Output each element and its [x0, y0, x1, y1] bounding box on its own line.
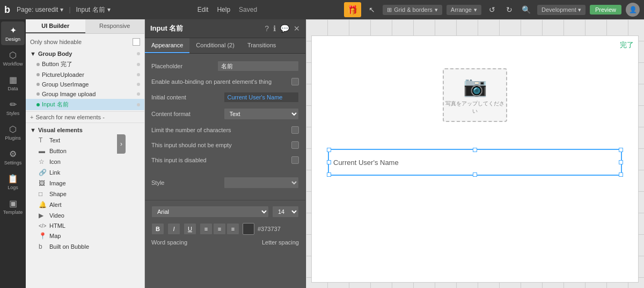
- auto-binding-checkbox[interactable]: [291, 78, 299, 85]
- input-selection-box[interactable]: Current User's Name: [328, 149, 622, 176]
- visual-item-video[interactable]: ▶ Video: [26, 210, 144, 221]
- tab-responsive[interactable]: Responsive: [85, 19, 145, 33]
- gift-btn[interactable]: 🎁: [344, 2, 361, 17]
- grid-borders-btn[interactable]: ⊞ Grid & borders ▾: [383, 5, 442, 15]
- tab-ui-builder[interactable]: UI Builder: [26, 19, 85, 33]
- content-format-label: Content format: [151, 111, 219, 117]
- group-body-header[interactable]: ▼ Group Body: [26, 49, 144, 59]
- handle-bl[interactable]: [327, 172, 331, 177]
- visual-item-link[interactable]: 🔗 Link: [26, 167, 144, 178]
- handle-tr[interactable]: [619, 148, 623, 152]
- canvas-area: 完了 📷 写真をアップしてください Current User's Name: [306, 19, 644, 288]
- tab-appearance[interactable]: Appearance: [145, 38, 189, 53]
- resize-handle[interactable]: ›: [117, 134, 126, 154]
- grid-icon: ⊞: [387, 6, 392, 13]
- sidebar-item-plugins[interactable]: ⬡ Plugins: [1, 120, 25, 144]
- visual-item-label: Button: [49, 148, 67, 154]
- visual-item-built-on-bubble[interactable]: b Built on Bubble: [26, 241, 144, 252]
- disabled-checkbox[interactable]: [291, 156, 299, 164]
- sidebar-item-data[interactable]: ▦ Data: [1, 71, 25, 95]
- tree-item-label: Group Image upload: [42, 91, 96, 97]
- tree-item-picture[interactable]: PictureUploader: [26, 70, 144, 80]
- align-right-btn[interactable]: ≡: [226, 223, 239, 235]
- handle-bc[interactable]: [473, 172, 477, 177]
- style-select[interactable]: [224, 177, 299, 189]
- limit-chars-row: Limit the number of characters: [145, 123, 305, 138]
- placeholder-input[interactable]: [217, 61, 299, 71]
- grid-label: Grid & borders: [394, 6, 433, 13]
- visual-item-text[interactable]: T Text: [26, 135, 144, 146]
- not-empty-checkbox[interactable]: [291, 141, 299, 149]
- prop-title: Input 名前: [150, 24, 183, 33]
- image-placeholder: 📷 写真をアップしてください: [443, 68, 507, 122]
- help-btn[interactable]: Help: [217, 6, 230, 13]
- visual-item-icon[interactable]: ☆ Icon: [26, 156, 144, 167]
- visual-item-alert[interactable]: 🔔 Alert: [26, 199, 144, 210]
- tree-item-inputname[interactable]: Input 名前: [26, 99, 144, 110]
- align-group: ≡ ≡ ≡: [200, 223, 239, 235]
- sidebar-item-design[interactable]: ✦ Design: [1, 21, 25, 45]
- handle-ml[interactable]: [327, 160, 331, 164]
- edit-btn[interactable]: Edit: [197, 6, 209, 13]
- canvas-widget: 完了 📷 写真をアップしてください Current User's Name: [311, 35, 639, 283]
- tab-conditional[interactable]: Conditional (2): [189, 38, 241, 53]
- spacing-row: Word spacing Letter spacing: [145, 237, 305, 248]
- visual-item-map[interactable]: 📍 Map: [26, 231, 144, 241]
- dev-label: Development: [541, 6, 576, 13]
- disabled-row: This input is disabled: [145, 153, 305, 168]
- close-icon-btn[interactable]: ✕: [294, 24, 300, 33]
- text-format-row: B I U ≡ ≡ ≡ #373737: [145, 221, 305, 237]
- arrange-btn[interactable]: Arrange ▾: [447, 5, 481, 15]
- visual-item-button[interactable]: ▬ Button: [26, 146, 144, 156]
- redo-btn[interactable]: ↻: [503, 3, 516, 16]
- handle-tc[interactable]: [473, 148, 477, 152]
- font-select[interactable]: Arial: [151, 206, 269, 218]
- align-left-btn[interactable]: ≡: [200, 223, 213, 235]
- help-icon-btn[interactable]: ?: [265, 24, 269, 33]
- tree-badge: [137, 103, 140, 106]
- comment-icon-btn[interactable]: 💬: [280, 24, 289, 33]
- visual-item-shape[interactable]: □ Shape: [26, 189, 144, 199]
- limit-chars-checkbox[interactable]: [291, 126, 299, 134]
- sidebar-item-workflow[interactable]: ⬡ Workflow: [1, 46, 25, 70]
- tree-item-button[interactable]: Button 完了: [26, 59, 144, 70]
- content-format-select[interactable]: Text: [224, 108, 299, 120]
- only-show-toggle[interactable]: [133, 38, 140, 46]
- tree-item-userimage[interactable]: Group UserImage: [26, 80, 144, 89]
- visual-item-html[interactable]: </> HTML: [26, 221, 144, 231]
- handle-tl[interactable]: [327, 148, 331, 152]
- avatar[interactable]: 👤: [626, 3, 640, 17]
- done-button[interactable]: 完了: [620, 40, 634, 50]
- sidebar-item-styles[interactable]: ✏ Styles: [1, 96, 25, 119]
- italic-btn[interactable]: I: [167, 223, 180, 235]
- logs-label: Logs: [8, 185, 18, 190]
- bold-btn[interactable]: B: [151, 223, 164, 235]
- search-btn[interactable]: 🔍: [520, 3, 533, 16]
- tree-badge: [137, 92, 140, 96]
- color-swatch[interactable]: [243, 223, 254, 235]
- development-btn[interactable]: Development ▾: [537, 5, 586, 15]
- preview-btn[interactable]: Preview: [590, 5, 621, 15]
- map-icon: 📍: [39, 232, 46, 240]
- visual-item-image[interactable]: 🖼 Image: [26, 178, 144, 189]
- visual-elements-header[interactable]: ▼ Visual elements: [26, 125, 144, 135]
- page-selector[interactable]: Page: useredit ▾: [17, 6, 63, 13]
- font-size-select[interactable]: 14: [272, 206, 299, 218]
- underline-btn[interactable]: U: [184, 223, 196, 235]
- sidebar-item-logs[interactable]: 📋 Logs: [1, 170, 25, 193]
- undo-btn[interactable]: ↺: [486, 3, 499, 16]
- sidebar-item-template[interactable]: ▣ Template: [1, 195, 25, 218]
- handle-br[interactable]: [619, 172, 623, 177]
- handle-mr[interactable]: [619, 160, 623, 164]
- tree-item-imageupload[interactable]: Group Image upload: [26, 89, 144, 99]
- align-center-btn[interactable]: ≡: [213, 223, 226, 235]
- sidebar-item-settings[interactable]: ⚙ Settings: [1, 145, 25, 169]
- search-bar[interactable]: + Search for new elements -: [26, 111, 144, 123]
- info-icon-btn[interactable]: ℹ: [273, 24, 276, 33]
- initial-content-value[interactable]: Current User's Name: [224, 92, 299, 103]
- gap1: [145, 168, 305, 174]
- alert-icon: 🔔: [39, 201, 46, 208]
- tab-transitions[interactable]: Transitions: [241, 38, 282, 53]
- input-selector[interactable]: Input 名前 ▾: [76, 5, 111, 15]
- saved-status: Saved: [239, 6, 257, 13]
